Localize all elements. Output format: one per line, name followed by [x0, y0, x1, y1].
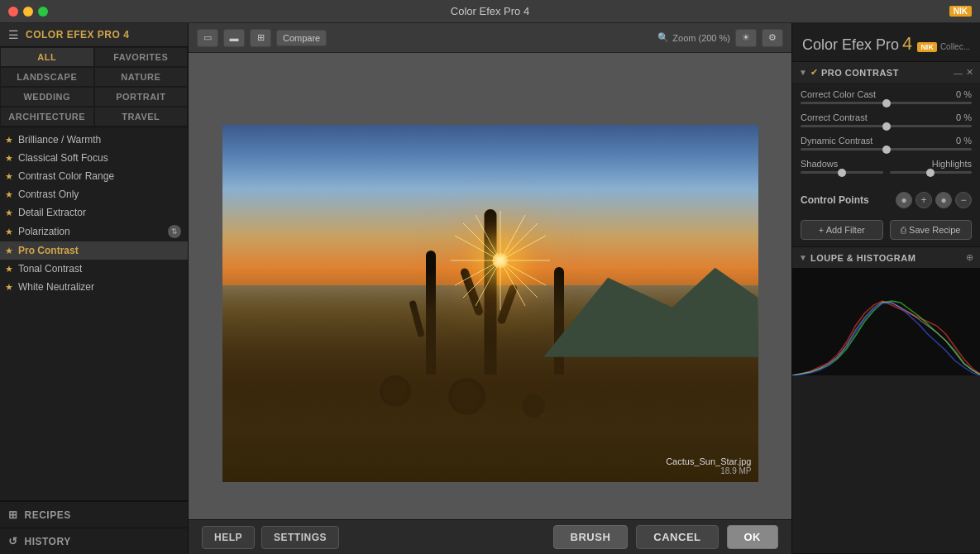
slider-correct-color-cast: Correct Color Cast 0 % [801, 89, 972, 104]
section-header-pro-contrast[interactable]: ▼ ✔ PRO CONTRAST — ✕ [792, 62, 980, 83]
close-icon[interactable]: ✕ [966, 67, 973, 78]
bottom-bar: HELP SETTINGS BRUSH CANCEL OK [189, 519, 791, 554]
titlebar: Color Efex Pro 4 NIK [0, 0, 980, 23]
history-label: HISTORY [25, 536, 71, 547]
cat-tab-architecture[interactable]: ARCHITECTURE [0, 107, 94, 127]
slider-value-color-cast: 0 % [956, 89, 972, 99]
highlights-slider[interactable] [890, 171, 973, 174]
slider-correct-contrast: Correct Contrast 0 % [801, 112, 972, 127]
main-layout: ☰ COLOR EFEX PRO 4 ALL FAVORITES LANDSCA… [0, 23, 980, 554]
settings-icon[interactable]: ⚙ [762, 29, 783, 47]
filter-item-contrast-color[interactable]: ★ Contrast Color Range [0, 167, 188, 185]
filter-name: Contrast Only [18, 189, 181, 200]
compare-button[interactable]: Compare [276, 30, 327, 46]
filter-item-pro-contrast[interactable]: ★ Pro Contrast [0, 241, 188, 260]
svg-rect-16 [792, 268, 980, 375]
svg-line-4 [463, 223, 500, 260]
cat-tab-wedding[interactable]: WEDDING [0, 87, 94, 107]
bottom-left-buttons: HELP SETTINGS [202, 526, 339, 549]
slider-value-correct-contrast: 0 % [956, 112, 972, 122]
collapse-icon[interactable]: — [954, 68, 963, 78]
filter-item-tonal[interactable]: ★ Tonal Contrast [0, 260, 188, 278]
slider-track-color-cast[interactable] [801, 102, 972, 104]
slider-dynamic-contrast: Dynamic Contrast 0 % [801, 136, 972, 150]
section-header-histogram[interactable]: ▼ LOUPE & HISTOGRAM ⊕ [792, 247, 980, 268]
help-button[interactable]: HELP [202, 526, 255, 549]
control-points-label: Control Points [801, 194, 892, 206]
slider-label-dynamic-contrast: Dynamic Contrast [801, 136, 872, 146]
menu-icon[interactable]: ☰ [8, 28, 19, 41]
cancel-button[interactable]: CANCEL [636, 525, 718, 549]
slider-track-correct-contrast[interactable] [801, 125, 972, 127]
recipe-row: + Add Filter ⎙ Save Recipe [792, 213, 980, 246]
star-icon: ★ [5, 227, 13, 237]
pin-icon[interactable]: ⊕ [966, 252, 973, 263]
filter-item-contrast-only[interactable]: ★ Contrast Only [0, 185, 188, 203]
cp-delete-btn[interactable]: − [955, 192, 972, 208]
filter-item-brilliance[interactable]: ★ Brilliance / Warmth [0, 131, 188, 149]
toolbar: ▭ ▬ ⊞ Compare 🔍 Zoom (200 %) ☀ ⚙ [189, 23, 791, 53]
control-points-row: Control Points ● + ● − [792, 187, 980, 213]
cat-tab-nature[interactable]: NATURE [94, 67, 189, 87]
sidebar-bottom: ⊞ RECIPES ↺ HISTORY [0, 500, 188, 554]
star-icon: ★ [5, 153, 13, 164]
shadows-slider[interactable] [801, 171, 883, 174]
sidebar-header: ☰ COLOR EFEX PRO 4 [0, 23, 188, 47]
star-icon: ★ [5, 171, 13, 182]
recipes-item[interactable]: ⊞ RECIPES [0, 501, 188, 528]
settings-button[interactable]: SETTINGS [261, 526, 339, 549]
image-container: Cactus_Sun_Star.jpg 18.9 MP [189, 53, 791, 554]
cp-minus-btn[interactable]: ● [935, 192, 952, 208]
nik-logo: NIK [917, 42, 937, 52]
cat-tab-favorites[interactable]: FAVORITES [94, 47, 189, 67]
filter-name: Classical Soft Focus [18, 152, 181, 164]
cat-tab-all[interactable]: ALL [0, 47, 94, 67]
histogram-section-label: LOUPE & HISTOGRAM [810, 253, 963, 263]
sidebar: ☰ COLOR EFEX PRO 4 ALL FAVORITES LANDSCA… [0, 23, 189, 554]
history-icon: ↺ [8, 535, 18, 547]
photo-filesize: 18.9 MP [666, 466, 751, 475]
svg-line-6 [463, 260, 500, 298]
chevron-down-icon-histogram: ▼ [799, 253, 807, 262]
filter-item-classical[interactable]: ★ Classical Soft Focus [0, 149, 188, 167]
brush-button[interactable]: BRUSH [553, 525, 629, 549]
cat-tab-travel[interactable]: TRAVEL [94, 107, 189, 127]
cp-add-btn[interactable]: + [915, 192, 932, 208]
cat-tab-portrait[interactable]: PORTRAIT [94, 87, 189, 107]
star-icon: ★ [5, 189, 13, 200]
split-view-icon[interactable]: ▬ [223, 29, 245, 47]
filter-item-polarization[interactable]: ★ Polarization ⇅ [0, 222, 188, 241]
close-button[interactable] [8, 7, 18, 17]
collection-text: Collec... [940, 42, 970, 51]
filter-item-detail[interactable]: ★ Detail Extractor [0, 203, 188, 222]
cat-tab-landscape[interactable]: LANDSCAPE [0, 67, 94, 87]
slider-label-color-cast: Correct Color Cast [801, 89, 876, 99]
filter-item-white[interactable]: ★ White Neutralizer [0, 278, 188, 296]
maximize-button[interactable] [38, 7, 48, 17]
ok-button[interactable]: OK [727, 525, 779, 549]
brightness-icon[interactable]: ☀ [735, 29, 757, 47]
cp-eye-btn[interactable]: ● [896, 192, 912, 208]
add-filter-button[interactable]: + Add Filter [801, 220, 883, 240]
highlights-label: Highlights [932, 159, 972, 169]
shadows-label: Shadows [801, 159, 838, 169]
filter-name: Pro Contrast [18, 245, 181, 256]
category-tabs: ALL FAVORITES LANDSCAPE NATURE WEDDING P… [0, 47, 188, 127]
photo-filename: Cactus_Sun_Star.jpg [666, 456, 751, 466]
slider-track-dynamic-contrast[interactable] [801, 148, 972, 150]
grid-view-icon[interactable]: ⊞ [250, 29, 271, 47]
histogram-section: ▼ LOUPE & HISTOGRAM ⊕ [792, 247, 980, 554]
history-item[interactable]: ↺ HISTORY [0, 528, 188, 554]
save-recipe-button[interactable]: ⎙ Save Recipe [890, 220, 973, 240]
photo-frame: Cactus_Sun_Star.jpg 18.9 MP [222, 125, 758, 482]
zoom-label: Zoom (200 %) [672, 33, 730, 43]
chevron-down-icon: ▼ [799, 68, 807, 77]
app-title: COLOR EFEX PRO 4 [26, 29, 129, 41]
section-label: PRO CONTRAST [821, 68, 950, 78]
photo-background [222, 125, 758, 482]
filter-list: ★ Brilliance / Warmth ★ Classical Soft F… [0, 127, 188, 500]
layout-icon[interactable]: ▭ [197, 29, 218, 47]
star-icon: ★ [5, 282, 13, 293]
nik-badge: NIK [949, 6, 972, 17]
minimize-button[interactable] [23, 7, 33, 17]
